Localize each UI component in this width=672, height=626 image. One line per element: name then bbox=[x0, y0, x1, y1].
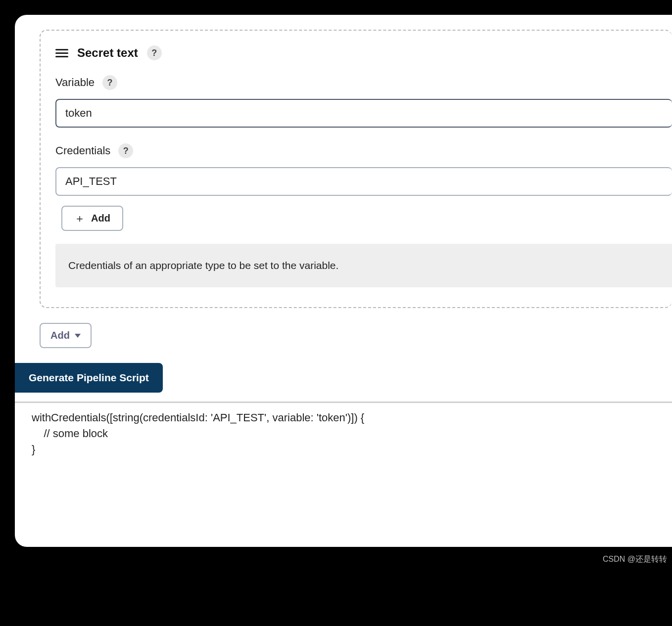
generate-script-button[interactable]: Generate Pipeline Script bbox=[15, 363, 163, 393]
variable-field: Variable ? bbox=[55, 75, 672, 128]
config-area: Secret text ? Variable ? Credentials ? bbox=[15, 15, 672, 363]
config-panel: Secret text ? Variable ? Credentials ? bbox=[15, 15, 672, 547]
credentials-select-wrap bbox=[55, 167, 672, 196]
credentials-field: Credentials ? ＋ Add Credentials of an ap… bbox=[55, 143, 672, 287]
credentials-help-text: Credentials of an appropriate type to be… bbox=[55, 244, 672, 287]
variable-label: Variable bbox=[55, 76, 95, 89]
script-output[interactable]: withCredentials([string(credentialsId: '… bbox=[15, 402, 672, 467]
watermark: CSDN @还是转转 bbox=[603, 554, 667, 565]
section-header: Secret text ? bbox=[55, 45, 672, 60]
help-icon[interactable]: ? bbox=[147, 45, 162, 60]
add-binding-button[interactable]: Add bbox=[40, 323, 92, 348]
variable-input[interactable] bbox=[55, 99, 672, 128]
help-icon[interactable]: ? bbox=[118, 143, 133, 158]
drag-handle-icon[interactable] bbox=[55, 49, 68, 57]
add-credential-label: Add bbox=[91, 213, 110, 224]
add-binding-label: Add bbox=[50, 330, 70, 341]
credentials-label: Credentials bbox=[55, 144, 110, 157]
help-icon[interactable]: ? bbox=[102, 75, 117, 90]
credentials-select[interactable] bbox=[55, 167, 672, 196]
section-title: Secret text bbox=[77, 46, 138, 60]
credentials-label-row: Credentials ? bbox=[55, 143, 672, 158]
plus-icon: ＋ bbox=[74, 213, 85, 224]
caret-down-icon bbox=[75, 334, 81, 338]
variable-label-row: Variable ? bbox=[55, 75, 672, 90]
add-credential-button[interactable]: ＋ Add bbox=[61, 206, 123, 231]
binding-config-box: Secret text ? Variable ? Credentials ? bbox=[40, 30, 672, 308]
